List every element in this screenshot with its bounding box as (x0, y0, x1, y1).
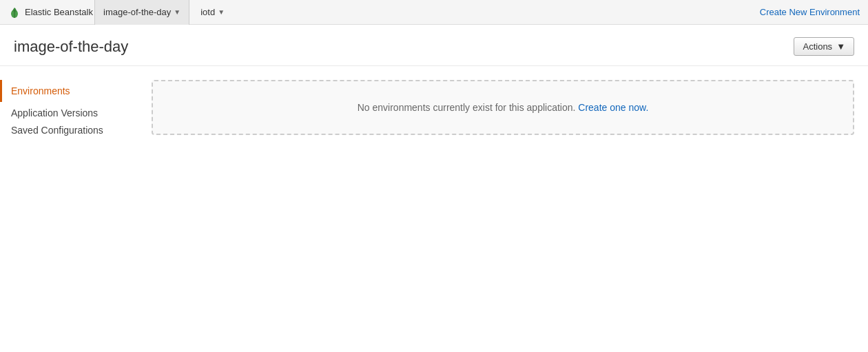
env-tab-arrow: ▼ (218, 8, 225, 16)
create-new-environment-link[interactable]: Create New Environment (760, 7, 860, 17)
app-tab-arrow: ▼ (174, 8, 180, 16)
empty-state-text: No environments currently exist for this… (358, 102, 576, 113)
sidebar-item-saved-configurations[interactable]: Saved Configurations (0, 119, 114, 141)
app-tab[interactable]: image-of-the-day ▼ (94, 0, 189, 25)
beanstalk-icon (8, 6, 21, 19)
empty-state-box: No environments currently exist for this… (152, 80, 854, 135)
env-tab[interactable]: iotd ▼ (192, 0, 233, 25)
brand-label: Elastic Beanstalk (25, 7, 93, 17)
navbar: Elastic Beanstalk image-of-the-day ▼ iot… (0, 0, 868, 25)
content-area: No environments currently exist for this… (138, 73, 868, 145)
env-tab-label: iotd (200, 7, 215, 17)
create-one-now-link[interactable]: Create one now. (578, 102, 648, 113)
actions-label: Actions (803, 41, 832, 52)
app-tab-label: image-of-the-day (103, 7, 171, 17)
actions-dropdown-arrow: ▼ (836, 41, 845, 52)
page-title: image-of-the-day (14, 38, 128, 56)
sidebar: Environments Application Versions Saved … (0, 73, 138, 145)
page-header: image-of-the-day Actions ▼ (0, 25, 868, 66)
actions-button[interactable]: Actions ▼ (794, 37, 854, 56)
sidebar-item-environments[interactable]: Environments (0, 80, 138, 102)
main-layout: Environments Application Versions Saved … (0, 66, 868, 145)
navbar-brand[interactable]: Elastic Beanstalk (8, 6, 93, 19)
